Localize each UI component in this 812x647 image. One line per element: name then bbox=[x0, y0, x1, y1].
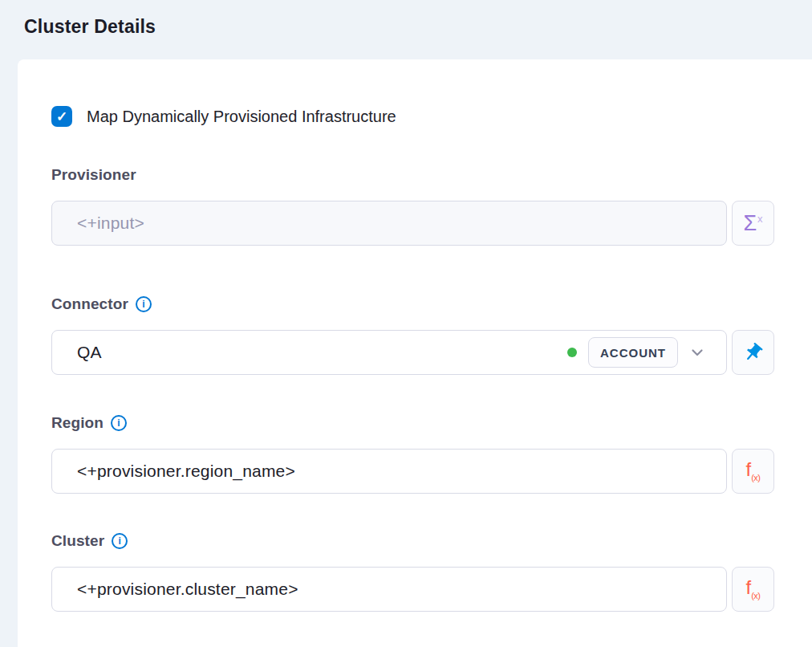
sigma-glyph: Σ bbox=[743, 211, 757, 235]
connector-status-dot bbox=[567, 348, 577, 357]
cluster-details-panel: ✓ Map Dynamically Provisioned Infrastruc… bbox=[18, 59, 812, 647]
provisioner-value: <+input> bbox=[77, 214, 144, 233]
cluster-label-row: Cluster i bbox=[51, 532, 812, 550]
fx-sub-glyph: (x) bbox=[751, 473, 760, 482]
check-icon: ✓ bbox=[56, 110, 67, 124]
sigma-sup-glyph: x bbox=[757, 213, 763, 225]
info-glyph: i bbox=[119, 536, 121, 546]
provisioner-input-type-button[interactable]: Σx bbox=[732, 201, 774, 246]
map-dynamic-infra-label: Map Dynamically Provisioned Infrastructu… bbox=[87, 108, 396, 126]
cluster-info-icon[interactable]: i bbox=[112, 533, 128, 549]
map-dynamic-infra-row: ✓ Map Dynamically Provisioned Infrastruc… bbox=[51, 106, 812, 127]
connector-value: QA bbox=[77, 343, 102, 362]
region-value: <+provisioner.region_name> bbox=[77, 462, 295, 481]
provisioner-input-row: <+input> Σx bbox=[51, 201, 812, 246]
cluster-label: Cluster bbox=[51, 532, 104, 550]
region-label: Region bbox=[51, 414, 104, 432]
connector-label-row: Connector i bbox=[51, 295, 812, 313]
connector-label: Connector bbox=[51, 295, 128, 313]
cluster-input-row: <+provisioner.cluster_name> f(x) bbox=[51, 567, 812, 612]
cluster-value: <+provisioner.cluster_name> bbox=[77, 580, 298, 599]
runtime-input-icon: Σx bbox=[743, 213, 762, 234]
provisioner-label-row: Provisioner bbox=[51, 166, 812, 184]
pin-icon bbox=[742, 342, 764, 364]
region-input[interactable]: <+provisioner.region_name> bbox=[51, 449, 727, 494]
region-label-row: Region i bbox=[51, 414, 812, 432]
page: { "title": "Cluster Details", "colors": … bbox=[0, 0, 812, 647]
connector-pin-button[interactable] bbox=[732, 330, 774, 375]
page-title: Cluster Details bbox=[24, 16, 156, 38]
region-expression-button[interactable]: f(x) bbox=[732, 449, 774, 494]
provisioner-label: Provisioner bbox=[51, 166, 136, 184]
chevron-down-icon[interactable] bbox=[688, 343, 707, 362]
cluster-expression-button[interactable]: f(x) bbox=[732, 567, 774, 612]
map-dynamic-infra-checkbox[interactable]: ✓ bbox=[51, 106, 72, 127]
region-input-row: <+provisioner.region_name> f(x) bbox=[51, 449, 812, 494]
fx-sub-glyph: (x) bbox=[751, 591, 760, 600]
info-glyph: i bbox=[142, 299, 144, 309]
cluster-input[interactable]: <+provisioner.cluster_name> bbox=[51, 567, 727, 612]
provisioner-input[interactable]: <+input> bbox=[51, 201, 727, 246]
expression-fx-icon: f(x) bbox=[746, 578, 761, 600]
connector-scope-badge: ACCOUNT bbox=[588, 337, 678, 368]
connector-input[interactable]: QA ACCOUNT bbox=[51, 330, 727, 375]
expression-fx-icon: f(x) bbox=[746, 460, 761, 482]
region-info-icon[interactable]: i bbox=[111, 415, 127, 431]
connector-input-right: ACCOUNT bbox=[567, 337, 707, 368]
connector-input-row: QA ACCOUNT bbox=[51, 330, 812, 375]
info-glyph: i bbox=[117, 418, 120, 428]
connector-info-icon[interactable]: i bbox=[136, 296, 152, 312]
